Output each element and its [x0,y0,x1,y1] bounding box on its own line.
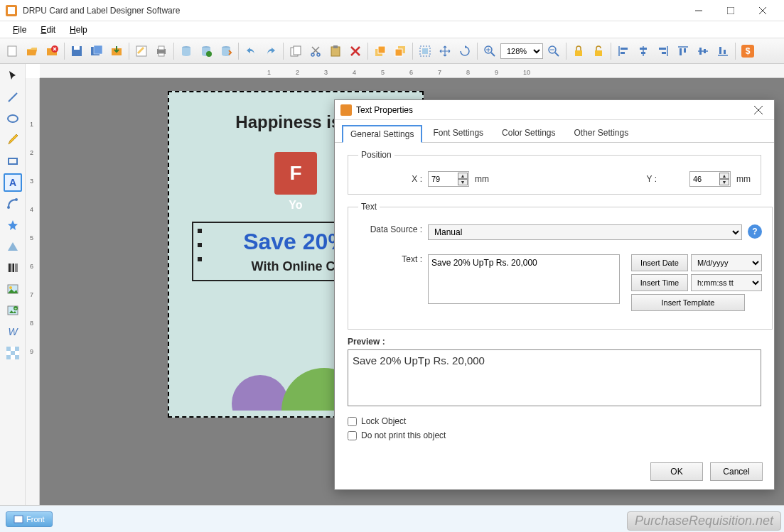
minimize-button[interactable] [682,1,714,21]
new-icon[interactable] [3,42,21,60]
delete-icon[interactable] [346,42,365,60]
save-as-icon[interactable] [87,42,106,60]
svg-rect-79 [6,347,11,351]
bring-front-icon[interactable] [371,42,390,60]
svg-rect-54 [704,49,706,53]
tab-color[interactable]: Color Settings [494,124,563,142]
star-tool-icon[interactable] [4,216,22,234]
paste-icon[interactable] [326,42,345,60]
page-tab-front[interactable]: Front [6,511,53,527]
y-spin-down[interactable]: ▼ [719,179,729,185]
align-center-h-icon[interactable] [634,42,653,60]
time-format-select[interactable]: h:mm:ss tt [691,274,762,291]
insert-date-button[interactable]: Insert Date [631,254,688,271]
align-top-icon[interactable] [674,42,692,60]
database-refresh-icon[interactable] [197,42,215,60]
wordart-tool-icon[interactable]: W [4,322,22,341]
rotate-icon[interactable] [456,42,474,60]
cancel-button[interactable]: Cancel [710,462,763,481]
ruler-horizontal: 12345678910 [40,64,784,78]
close-file-icon[interactable] [43,42,61,60]
move-icon[interactable] [436,42,454,60]
y-spin-up[interactable]: ▲ [719,173,729,179]
svg-rect-80 [15,347,19,351]
tab-general[interactable]: General Settings [342,125,422,143]
noprint-checkbox[interactable] [348,431,357,440]
help-icon[interactable]: ? [748,224,762,239]
send-back-icon[interactable] [391,42,409,60]
ok-button[interactable]: OK [650,462,703,481]
barcode-tool-icon[interactable] [4,259,22,277]
rectangle-tool-icon[interactable] [4,152,22,170]
redo-icon[interactable] [262,42,280,60]
open-icon[interactable] [23,42,41,60]
cut-icon[interactable] [306,42,325,60]
zoom-in-icon[interactable] [480,42,499,60]
text-label: Text : [358,254,422,264]
save-icon[interactable] [68,42,86,60]
edit-icon[interactable] [132,42,151,60]
zoom-out-icon[interactable] [544,42,563,60]
text-textarea[interactable] [428,254,620,304]
insert-time-button[interactable]: Insert Time [631,274,688,291]
svg-text:+: + [14,306,17,310]
database-export-icon[interactable] [217,42,235,60]
menu-bar: File Edit Help [0,21,784,38]
select-all-icon[interactable] [416,42,434,60]
svg-line-37 [555,53,559,56]
undo-icon[interactable] [242,42,260,60]
svg-line-60 [9,93,17,102]
dialog-close-button[interactable] [754,106,768,114]
menu-file[interactable]: File [6,25,33,35]
text-properties-dialog: Text Properties General Settings Font Se… [334,99,775,490]
datasource-select[interactable]: Manual [428,224,742,240]
menu-help[interactable]: Help [63,25,95,35]
triangle-tool-icon[interactable] [4,237,22,256]
picture-tool-icon[interactable] [4,280,22,298]
lock-checkbox[interactable] [348,417,357,426]
zoom-select[interactable]: 128% [500,43,543,59]
pattern-tool-icon[interactable] [4,344,22,362]
ellipse-tool-icon[interactable] [4,109,22,128]
svg-point-61 [8,115,18,122]
svg-point-64 [7,206,10,209]
library-tool-icon[interactable]: + [4,301,22,320]
pencil-tool-icon[interactable] [4,131,22,149]
arc-tool-icon[interactable] [4,195,22,213]
date-format-select[interactable]: M/d/yyyy [691,254,762,271]
close-button[interactable] [746,1,778,21]
align-left-icon[interactable] [614,42,633,60]
align-center-v-icon[interactable] [694,42,712,60]
svg-rect-1 [8,7,15,14]
svg-rect-3 [727,7,734,14]
svg-rect-82 [6,355,11,359]
print-icon[interactable] [152,42,171,60]
save-all-icon[interactable] [107,42,126,60]
maximize-button[interactable] [714,1,746,21]
x-spin-up[interactable]: ▲ [458,173,468,179]
lock-icon[interactable] [569,42,588,60]
preview-label: Preview : [348,337,761,347]
pointer-tool-icon[interactable] [4,67,22,85]
svg-rect-94 [14,516,23,523]
line-tool-icon[interactable] [4,88,22,107]
noprint-checkbox-label[interactable]: Do not print this object [348,430,761,440]
tab-font[interactable]: Font Settings [425,124,491,142]
price-icon[interactable]: $ [739,42,757,60]
tab-other[interactable]: Other Settings [566,124,636,142]
text-tool-icon[interactable]: A [4,173,22,192]
menu-edit[interactable]: Edit [33,25,63,35]
svg-point-24 [311,53,314,56]
x-spin-down[interactable]: ▼ [458,179,468,185]
svg-rect-31 [395,49,402,56]
align-right-icon[interactable] [654,42,672,60]
svg-rect-62 [9,158,17,164]
unlock-icon[interactable] [589,42,608,60]
copy-icon[interactable] [286,42,305,60]
lock-checkbox-label[interactable]: Lock Object [348,416,761,426]
insert-template-button[interactable]: Insert Template [631,294,745,311]
x-label: X : [358,174,422,184]
database-icon[interactable] [177,42,195,60]
align-bottom-icon[interactable] [714,42,732,60]
svg-rect-91 [340,104,352,116]
